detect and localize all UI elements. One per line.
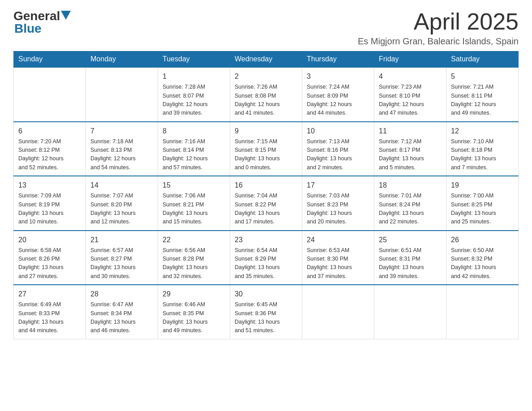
day-number: 6 xyxy=(18,126,81,137)
day-info: Sunrise: 6:57 AM Sunset: 8:27 PM Dayligh… xyxy=(90,246,153,281)
logo-blue-text: Blue xyxy=(14,21,42,36)
table-row xyxy=(86,67,158,122)
table-row: 26Sunrise: 6:50 AM Sunset: 8:32 PM Dayli… xyxy=(446,231,519,285)
day-number: 26 xyxy=(451,235,514,245)
day-number: 11 xyxy=(379,126,442,137)
day-info: Sunrise: 7:26 AM Sunset: 8:08 PM Dayligh… xyxy=(235,83,297,118)
day-info: Sunrise: 7:09 AM Sunset: 8:19 PM Dayligh… xyxy=(18,192,81,227)
table-row: 5Sunrise: 7:21 AM Sunset: 8:11 PM Daylig… xyxy=(446,67,519,122)
day-number: 28 xyxy=(90,289,153,300)
day-number: 9 xyxy=(235,126,297,137)
day-info: Sunrise: 6:46 AM Sunset: 8:35 PM Dayligh… xyxy=(163,300,225,335)
day-number: 19 xyxy=(451,180,514,191)
day-info: Sunrise: 6:49 AM Sunset: 8:33 PM Dayligh… xyxy=(18,300,81,335)
table-row: 11Sunrise: 7:12 AM Sunset: 8:17 PM Dayli… xyxy=(374,122,446,176)
logo-triangle-icon xyxy=(61,11,71,20)
title-area: April 2025 Es Migjorn Gran, Balearic Isl… xyxy=(358,9,519,47)
table-row: 3Sunrise: 7:24 AM Sunset: 8:09 PM Daylig… xyxy=(302,67,374,122)
day-info: Sunrise: 6:51 AM Sunset: 8:31 PM Dayligh… xyxy=(379,246,442,281)
day-info: Sunrise: 7:18 AM Sunset: 8:13 PM Dayligh… xyxy=(90,137,153,172)
day-number: 12 xyxy=(451,126,514,137)
header-thursday: Thursday xyxy=(302,51,374,68)
location-subtitle: Es Migjorn Gran, Balearic Islands, Spain xyxy=(358,36,519,47)
day-number: 5 xyxy=(451,71,514,82)
day-number: 30 xyxy=(235,289,297,300)
day-number: 18 xyxy=(379,180,442,191)
day-number: 1 xyxy=(163,71,225,82)
calendar-week-2: 6Sunrise: 7:20 AM Sunset: 8:12 PM Daylig… xyxy=(14,122,519,176)
day-number: 7 xyxy=(90,126,153,137)
logo: General Blue xyxy=(13,9,71,36)
day-info: Sunrise: 7:01 AM Sunset: 8:24 PM Dayligh… xyxy=(379,192,442,227)
day-number: 15 xyxy=(163,180,225,191)
calendar-table: SundayMondayTuesdayWednesdayThursdayFrid… xyxy=(13,51,519,339)
day-info: Sunrise: 6:56 AM Sunset: 8:28 PM Dayligh… xyxy=(163,246,225,281)
day-number: 17 xyxy=(307,180,369,191)
header-friday: Friday xyxy=(374,51,446,68)
day-info: Sunrise: 7:06 AM Sunset: 8:21 PM Dayligh… xyxy=(163,192,225,227)
table-row: 14Sunrise: 7:07 AM Sunset: 8:20 PM Dayli… xyxy=(86,176,158,231)
header-saturday: Saturday xyxy=(446,51,519,68)
day-info: Sunrise: 7:13 AM Sunset: 8:16 PM Dayligh… xyxy=(307,137,369,172)
day-info: Sunrise: 6:54 AM Sunset: 8:29 PM Dayligh… xyxy=(235,246,297,281)
table-row: 23Sunrise: 6:54 AM Sunset: 8:29 PM Dayli… xyxy=(230,231,302,285)
calendar-header-row: SundayMondayTuesdayWednesdayThursdayFrid… xyxy=(14,51,519,68)
header-tuesday: Tuesday xyxy=(158,51,230,68)
day-info: Sunrise: 7:12 AM Sunset: 8:17 PM Dayligh… xyxy=(379,137,442,172)
day-number: 10 xyxy=(307,126,369,137)
day-info: Sunrise: 6:45 AM Sunset: 8:36 PM Dayligh… xyxy=(235,300,297,335)
table-row: 24Sunrise: 6:53 AM Sunset: 8:30 PM Dayli… xyxy=(302,231,374,285)
day-number: 24 xyxy=(307,235,369,245)
day-info: Sunrise: 6:47 AM Sunset: 8:34 PM Dayligh… xyxy=(90,300,153,335)
month-title: April 2025 xyxy=(358,9,519,34)
table-row: 10Sunrise: 7:13 AM Sunset: 8:16 PM Dayli… xyxy=(302,122,374,176)
day-info: Sunrise: 7:16 AM Sunset: 8:14 PM Dayligh… xyxy=(163,137,225,172)
table-row: 12Sunrise: 7:10 AM Sunset: 8:18 PM Dayli… xyxy=(446,122,519,176)
day-number: 27 xyxy=(18,289,81,300)
day-info: Sunrise: 7:21 AM Sunset: 8:11 PM Dayligh… xyxy=(451,83,514,118)
day-number: 23 xyxy=(235,235,297,245)
day-number: 16 xyxy=(235,180,297,191)
table-row xyxy=(302,285,374,339)
table-row: 13Sunrise: 7:09 AM Sunset: 8:19 PM Dayli… xyxy=(14,176,86,231)
table-row: 29Sunrise: 6:46 AM Sunset: 8:35 PM Dayli… xyxy=(158,285,230,339)
table-row: 16Sunrise: 7:04 AM Sunset: 8:22 PM Dayli… xyxy=(230,176,302,231)
table-row: 1Sunrise: 7:28 AM Sunset: 8:07 PM Daylig… xyxy=(158,67,230,122)
table-row: 15Sunrise: 7:06 AM Sunset: 8:21 PM Dayli… xyxy=(158,176,230,231)
table-row xyxy=(374,285,446,339)
table-row: 6Sunrise: 7:20 AM Sunset: 8:12 PM Daylig… xyxy=(14,122,86,176)
header-monday: Monday xyxy=(86,51,158,68)
table-row: 22Sunrise: 6:56 AM Sunset: 8:28 PM Dayli… xyxy=(158,231,230,285)
table-row: 20Sunrise: 6:58 AM Sunset: 8:26 PM Dayli… xyxy=(14,231,86,285)
day-info: Sunrise: 6:50 AM Sunset: 8:32 PM Dayligh… xyxy=(451,246,514,281)
day-number: 25 xyxy=(379,235,442,245)
header-sunday: Sunday xyxy=(14,51,86,68)
table-row: 17Sunrise: 7:03 AM Sunset: 8:23 PM Dayli… xyxy=(302,176,374,231)
day-info: Sunrise: 7:15 AM Sunset: 8:15 PM Dayligh… xyxy=(235,137,297,172)
calendar-week-1: 1Sunrise: 7:28 AM Sunset: 8:07 PM Daylig… xyxy=(14,67,519,122)
page-header: General Blue April 2025 Es Migjorn Gran,… xyxy=(13,9,519,47)
table-row xyxy=(446,285,519,339)
calendar-week-3: 13Sunrise: 7:09 AM Sunset: 8:19 PM Dayli… xyxy=(14,176,519,231)
table-row: 25Sunrise: 6:51 AM Sunset: 8:31 PM Dayli… xyxy=(374,231,446,285)
day-info: Sunrise: 7:23 AM Sunset: 8:10 PM Dayligh… xyxy=(379,83,442,118)
day-number: 29 xyxy=(163,289,225,300)
day-number: 21 xyxy=(90,235,153,245)
table-row xyxy=(14,67,86,122)
table-row: 27Sunrise: 6:49 AM Sunset: 8:33 PM Dayli… xyxy=(14,285,86,339)
calendar-week-5: 27Sunrise: 6:49 AM Sunset: 8:33 PM Dayli… xyxy=(14,285,519,339)
day-number: 2 xyxy=(235,71,297,82)
day-number: 14 xyxy=(90,180,153,191)
day-info: Sunrise: 6:58 AM Sunset: 8:26 PM Dayligh… xyxy=(18,246,81,281)
table-row: 21Sunrise: 6:57 AM Sunset: 8:27 PM Dayli… xyxy=(86,231,158,285)
calendar-week-4: 20Sunrise: 6:58 AM Sunset: 8:26 PM Dayli… xyxy=(14,231,519,285)
table-row: 9Sunrise: 7:15 AM Sunset: 8:15 PM Daylig… xyxy=(230,122,302,176)
day-number: 20 xyxy=(18,235,81,245)
day-info: Sunrise: 7:00 AM Sunset: 8:25 PM Dayligh… xyxy=(451,192,514,227)
table-row: 4Sunrise: 7:23 AM Sunset: 8:10 PM Daylig… xyxy=(374,67,446,122)
day-number: 4 xyxy=(379,71,442,82)
table-row: 28Sunrise: 6:47 AM Sunset: 8:34 PM Dayli… xyxy=(86,285,158,339)
day-number: 8 xyxy=(163,126,225,137)
day-info: Sunrise: 7:03 AM Sunset: 8:23 PM Dayligh… xyxy=(307,192,369,227)
day-info: Sunrise: 7:28 AM Sunset: 8:07 PM Dayligh… xyxy=(163,83,225,118)
